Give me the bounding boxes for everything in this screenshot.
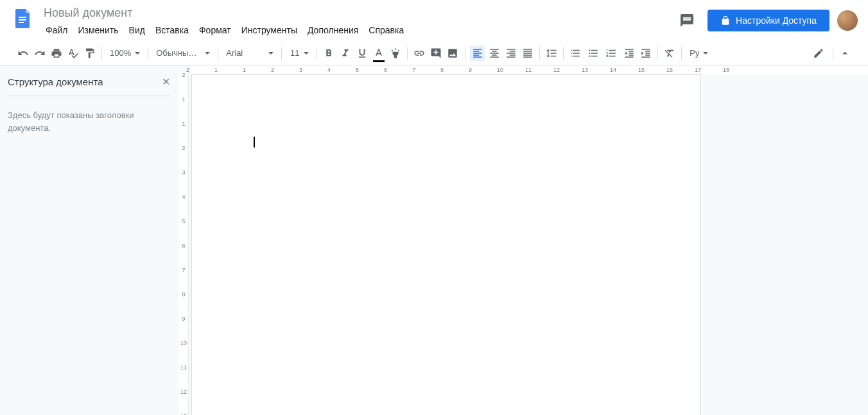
bold-button[interactable] (321, 46, 336, 61)
insert-image-button[interactable] (445, 46, 462, 61)
menu-tools[interactable]: Инструменты (237, 22, 302, 38)
separator (101, 47, 102, 60)
svg-rect-0 (19, 17, 26, 18)
caret-icon (304, 52, 309, 55)
outline-header: Структура документа ✕ (8, 76, 170, 96)
menu-insert[interactable]: Вставка (151, 22, 193, 38)
separator (833, 47, 833, 60)
menu-format[interactable]: Формат (195, 22, 236, 38)
share-label: Настройки Доступа (736, 15, 817, 26)
redo-button[interactable] (32, 46, 48, 61)
share-button[interactable]: Настройки Доступа (707, 10, 829, 31)
font-value: Arial (226, 48, 265, 58)
input-tools-label: Ру (690, 48, 699, 58)
vertical-ruler[interactable]: 2112345678910111213 (178, 72, 189, 415)
title-area: Новый документ Файл Изменить Вид Вставка… (41, 5, 674, 38)
svg-rect-1 (19, 19, 26, 21)
align-justify-button[interactable] (520, 46, 535, 61)
header: Новый документ Файл Изменить Вид Вставка… (0, 0, 868, 41)
separator (681, 47, 682, 60)
highlight-button[interactable] (388, 46, 403, 61)
style-value: Обычный … (156, 48, 201, 58)
underline-button[interactable] (354, 46, 370, 61)
text-cursor (254, 137, 255, 148)
text-color-button[interactable] (371, 46, 386, 61)
document-page[interactable] (191, 74, 701, 415)
paint-format-button[interactable] (82, 46, 98, 61)
toolbar: 100% Обычный … Arial 11 Ру (0, 41, 868, 65)
line-spacing-button[interactable] (544, 46, 559, 61)
spellcheck-button[interactable] (65, 46, 81, 61)
header-right: Настройки Доступа (674, 8, 858, 33)
caret-icon (135, 52, 140, 55)
font-size-select[interactable]: 11 (286, 46, 313, 61)
menu-file[interactable]: Файл (41, 22, 72, 38)
separator (539, 47, 540, 60)
numbered-list-button[interactable] (603, 46, 620, 61)
editing-mode-button[interactable] (811, 46, 829, 61)
menu-view[interactable]: Вид (125, 22, 150, 38)
separator (148, 47, 148, 60)
svg-rect-2 (19, 22, 24, 23)
editor-area: 21123456789101112131415161718 2112345678… (178, 65, 868, 415)
insert-comment-button[interactable] (428, 46, 444, 61)
separator (657, 47, 658, 60)
separator (407, 47, 408, 60)
avatar[interactable] (837, 10, 858, 31)
zoom-select[interactable]: 100% (106, 46, 144, 61)
outline-title: Структура документа (8, 76, 103, 87)
undo-button[interactable] (15, 46, 31, 61)
horizontal-ruler[interactable]: 21123456789101112131415161718 (191, 65, 868, 74)
decrease-indent-button[interactable] (621, 46, 637, 61)
menu-help[interactable]: Справка (364, 22, 408, 38)
clear-formatting-button[interactable] (662, 46, 677, 61)
size-value: 11 (290, 48, 300, 58)
outline-empty-text: Здесь будут показаны заголовки документа… (8, 109, 170, 134)
align-left-button[interactable] (470, 46, 485, 61)
increase-indent-button[interactable] (638, 46, 654, 61)
separator (465, 47, 466, 60)
separator (563, 47, 564, 60)
menu-addons[interactable]: Дополнения (303, 22, 363, 38)
zoom-value: 100% (110, 48, 131, 58)
italic-button[interactable] (338, 46, 353, 61)
align-center-button[interactable] (487, 46, 502, 61)
main: Структура документа ✕ Здесь будут показа… (0, 65, 868, 415)
align-right-button[interactable] (503, 46, 519, 61)
input-tools-button[interactable]: Ру (686, 46, 712, 61)
separator (317, 47, 317, 60)
caret-icon (205, 52, 210, 55)
styles-select[interactable]: Обычный … (152, 46, 214, 61)
checklist-button[interactable] (568, 46, 584, 61)
comments-button[interactable] (674, 8, 700, 33)
bullet-list-button[interactable] (586, 46, 602, 61)
document-title[interactable]: Новый документ (41, 5, 674, 21)
separator (218, 47, 218, 60)
hide-menus-button[interactable] (837, 46, 853, 61)
docs-logo[interactable] (10, 5, 36, 31)
insert-link-button[interactable] (412, 46, 427, 61)
print-button[interactable] (49, 46, 64, 61)
caret-icon (268, 52, 273, 55)
menubar: Файл Изменить Вид Вставка Формат Инструм… (41, 22, 674, 38)
menu-edit[interactable]: Изменить (73, 22, 123, 38)
separator (281, 47, 282, 60)
font-select[interactable]: Arial (222, 46, 277, 61)
caret-icon (703, 52, 708, 55)
close-icon[interactable]: ✕ (162, 76, 170, 88)
outline-panel: Структура документа ✕ Здесь будут показа… (0, 65, 178, 415)
